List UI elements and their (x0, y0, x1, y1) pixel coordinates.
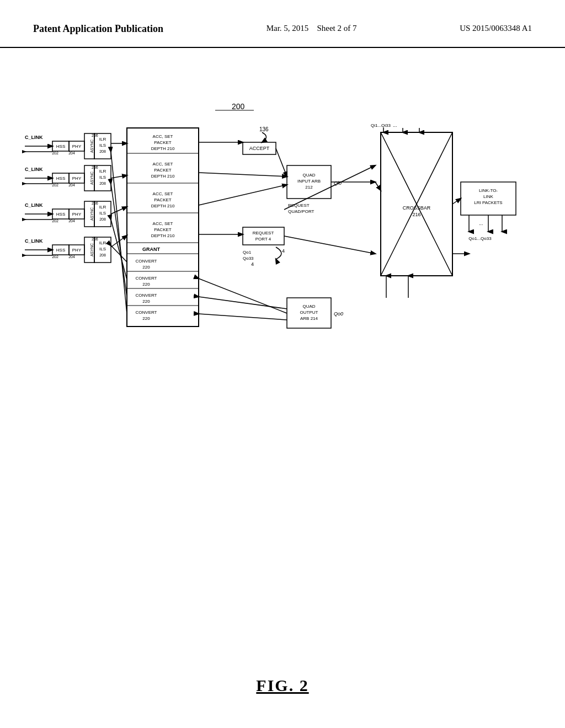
crossbar-l1: CROSSBAR (403, 205, 431, 211)
request-quad-port-l2: QUAD/PORT (288, 209, 315, 214)
async-box-2: ASYNC (90, 172, 94, 185)
hss-box-4: HSS (56, 248, 65, 253)
ils-label-4: ILS (99, 247, 106, 251)
ref-204-4: 204 (68, 255, 75, 259)
ref-4-corner: 4 (251, 261, 254, 267)
ref-4-label: 4 (282, 248, 285, 254)
acc-set-3-line1: ACC, SET (153, 191, 173, 196)
convert-3-l1: CONVERT (136, 293, 157, 298)
ref-206-4: 206 (92, 237, 98, 241)
svg-line-70 (284, 165, 375, 210)
qo33-label: Qo33 (243, 256, 254, 261)
c-link-label-1: C_LINK (25, 135, 43, 140)
link-to-link-l2: LINK (483, 194, 493, 199)
async-box-4: ASYNC (90, 243, 94, 256)
convert-2-l1: CONVERT (136, 276, 157, 281)
ilr-label-4: ILR (99, 240, 106, 245)
page-header: Patent Application Publication Mar. 5, 2… (0, 0, 565, 48)
ref-208-4: 208 (99, 253, 106, 257)
c-link-label-2: C_LINK (25, 167, 43, 172)
header-center: Mar. 5, 2015 Sheet 2 of 7 (266, 22, 357, 35)
phy-box-2: PHY (72, 176, 82, 181)
accept-label: ACCEPT (249, 146, 270, 151)
quad-input-arb-l2: INPUT ARB (297, 179, 321, 184)
svg-line-61 (375, 182, 381, 190)
phy-box-4: PHY (72, 248, 82, 253)
svg-line-36 (111, 207, 127, 214)
svg-rect-50 (243, 227, 284, 245)
qo1-qo33-bottom: Qo1...Qo33 (468, 236, 492, 241)
acc-set-2-line3: DEPTH 210 (151, 174, 175, 179)
acc-set-2-line2: PACKET (154, 168, 172, 173)
ref-204-3: 204 (68, 219, 75, 223)
qi1-qi33-label: Qi1...Qi33 (371, 123, 391, 128)
ils-label-1: ILS (99, 143, 106, 148)
svg-line-44 (276, 148, 287, 176)
async-box-3: ASYNC (90, 207, 94, 221)
ils-label-2: ILS (99, 175, 106, 180)
request-quad-port-l1: REQUEST (288, 203, 310, 208)
convert-4-l1: CONVERT (136, 310, 157, 315)
acc-set-4-line3: DEPTH 210 (151, 233, 175, 238)
link-to-link-l3: LRI PACKETS (474, 200, 502, 205)
hss-box-2: HSS (56, 176, 65, 181)
ref-204-2: 204 (68, 183, 75, 187)
svg-line-39 (111, 220, 127, 280)
acc-set-4-line2: PACKET (154, 227, 172, 232)
acc-set-3-line3: DEPTH 210 (151, 204, 175, 208)
acc-set-4-line1: ACC, SET (153, 221, 173, 226)
quad-output-arb-l3: ARB 214 (300, 316, 318, 321)
publication-date: Mar. 5, 2015 (266, 24, 309, 33)
ref-136: 136 (259, 126, 269, 132)
ref-208-3: 208 (99, 217, 106, 221)
ilr-label-3: ILR (99, 205, 106, 210)
acc-set-2-line1: ACC, SET (153, 162, 173, 167)
svg-line-45 (199, 173, 287, 176)
request-port4-l1: REQUEST (253, 231, 274, 235)
convert-3-l2: 220 (142, 299, 150, 304)
publication-label: Patent Application Publication (33, 22, 163, 36)
ref-208-1: 208 (99, 149, 106, 153)
svg-line-54 (199, 314, 287, 320)
quad-input-arb-l1: QUAD (302, 173, 315, 178)
link-to-link-l1: LINK-TO- (479, 188, 498, 193)
svg-line-38 (111, 245, 127, 262)
request-port4-l2: PORT 4 (255, 237, 271, 242)
figure-number: 200 (232, 102, 245, 111)
dots-bottom: ... (479, 221, 483, 226)
acc-set-1-line1: ACC, SET (153, 134, 173, 139)
hss-box-3: HSS (56, 212, 65, 217)
quad-output-arb-l2: OUTPUT (300, 310, 318, 315)
ref-204-1: 204 (68, 151, 75, 155)
hss-box-1: HSS (56, 144, 65, 149)
acc-set-1-line3: DEPTH 210 (151, 146, 175, 151)
sheet-info: Sheet 2 of 7 (317, 24, 356, 33)
crossbar-l2: 216 (412, 212, 420, 217)
patent-number: US 2015/0063348 A1 (460, 22, 532, 35)
convert-1-l2: 220 (142, 265, 150, 270)
ref-202-3: 202 (52, 219, 58, 223)
svg-line-52 (199, 279, 287, 313)
convert-4-l2: 220 (142, 316, 150, 321)
ref-206-1: 206 (92, 133, 98, 137)
ref-208-2: 208 (99, 181, 106, 185)
acc-set-1-line2: PACKET (154, 140, 172, 145)
c-link-label-4: C_LINK (25, 238, 43, 244)
figure-label: FIG. 2 (256, 676, 308, 695)
phy-box-1: PHY (72, 144, 82, 149)
svg-line-40 (111, 184, 127, 297)
dots-top: ... (393, 122, 397, 128)
ref-206-3: 206 (92, 201, 98, 205)
qo0-label: Qo0 (334, 311, 343, 317)
svg-line-46 (199, 185, 287, 205)
svg-line-53 (199, 297, 287, 309)
quad-input-arb-l3: 212 (305, 185, 313, 190)
acc-set-3-line2: PACKET (154, 197, 172, 202)
phy-box-3: PHY (72, 212, 82, 217)
ils-label-3: ILS (99, 211, 106, 216)
ref-206-2: 206 (92, 165, 98, 169)
ref-202-2: 202 (52, 183, 58, 187)
async-box-1: ASYNC (90, 140, 94, 153)
ilr-label-1: ILR (99, 137, 106, 142)
convert-1-l1: CONVERT (136, 259, 157, 264)
